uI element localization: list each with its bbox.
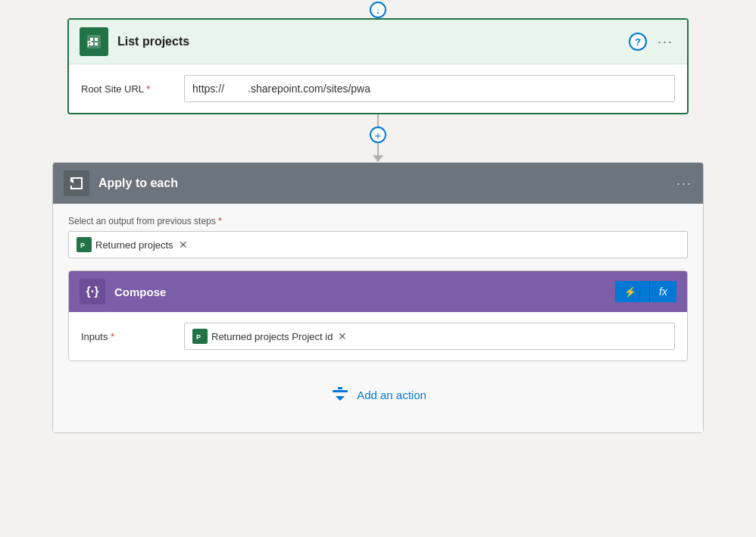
connector-line-top <box>377 114 379 126</box>
lightning-line <box>639 286 640 298</box>
returned-projects-label: Returned projects <box>95 239 173 251</box>
add-action-label: Add an action <box>357 389 426 401</box>
list-projects-card: P List projects ? ··· Root Site URL * <box>67 18 689 114</box>
add-step-button[interactable]: + <box>370 126 386 143</box>
compose-header: {·} Compose ⚡ fx <box>69 271 687 312</box>
remove-project-id-button[interactable]: ✕ <box>338 330 347 342</box>
project-icon: P <box>80 27 108 56</box>
compose-icon: {·} <box>80 279 105 304</box>
compose-card: {·} Compose ⚡ fx Inputs * <box>68 270 688 361</box>
help-button[interactable]: ? <box>629 33 647 51</box>
project-id-label: Returned projects Project id <box>211 331 333 342</box>
svg-rect-6 <box>333 390 348 392</box>
tag-project-icon: P <box>77 237 92 252</box>
middle-connector: + <box>370 114 386 162</box>
list-projects-header: P List projects ? ··· <box>69 20 687 64</box>
list-projects-title: List projects <box>117 35 629 48</box>
apply-loop-icon <box>64 170 89 196</box>
apply-to-each-card: Apply to each ··· Select an output from … <box>52 162 704 433</box>
add-action-button[interactable]: Add an action <box>330 384 426 405</box>
lightning-button[interactable]: ⚡ <box>615 281 649 302</box>
svg-marker-8 <box>336 396 345 401</box>
down-arrow-icon <box>373 155 383 162</box>
list-projects-body: Root Site URL * <box>69 64 687 113</box>
apply-to-each-title: Apply to each <box>98 176 676 190</box>
returned-projects-tag: P Returned projects ✕ <box>77 237 188 252</box>
list-projects-actions: ? ··· <box>629 33 676 51</box>
svg-text:P: P <box>196 333 201 341</box>
remove-tag-button[interactable]: ✕ <box>179 239 188 251</box>
add-action-area: Add an action <box>68 361 688 420</box>
tag-compose-icon: P <box>192 329 208 344</box>
lightning-icon: ⚡ <box>624 286 636 298</box>
apply-to-each-header: Apply to each ··· <box>53 163 703 204</box>
inputs-label: Inputs * <box>81 331 172 342</box>
down-arrow-icon: ↓ <box>376 5 381 16</box>
top-connector: ↓ <box>370 0 386 18</box>
select-output-label: Select an output from previous steps * <box>68 216 688 226</box>
compose-title: Compose <box>114 286 615 298</box>
add-action-icon <box>330 384 351 405</box>
root-site-url-input[interactable] <box>184 75 675 102</box>
svg-text:P: P <box>80 242 85 249</box>
svg-rect-7 <box>338 387 342 389</box>
fx-button[interactable]: fx <box>649 281 676 302</box>
compose-body: Inputs * P Returned projects Project id <box>69 312 687 361</box>
compose-action-buttons: ⚡ fx <box>615 281 676 302</box>
apply-to-each-body: Select an output from previous steps * P… <box>53 204 703 432</box>
connector-line-bottom <box>377 143 379 155</box>
inputs-tag-input[interactable]: P Returned projects Project id ✕ <box>184 323 675 350</box>
project-id-tag: P Returned projects Project id ✕ <box>192 329 347 344</box>
root-site-url-label: Root Site URL * <box>81 83 172 95</box>
top-connector-circle: ↓ <box>370 2 386 18</box>
more-button[interactable]: ··· <box>654 34 676 50</box>
output-tag-input[interactable]: P Returned projects ✕ <box>68 231 688 258</box>
apply-more-button[interactable]: ··· <box>676 176 692 192</box>
